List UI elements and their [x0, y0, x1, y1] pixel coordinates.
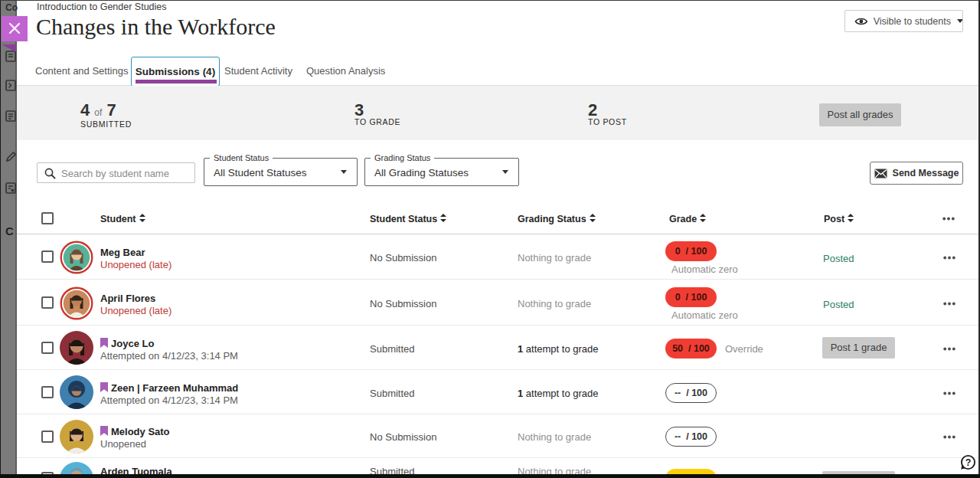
svg-text:?: ? — [965, 457, 972, 468]
